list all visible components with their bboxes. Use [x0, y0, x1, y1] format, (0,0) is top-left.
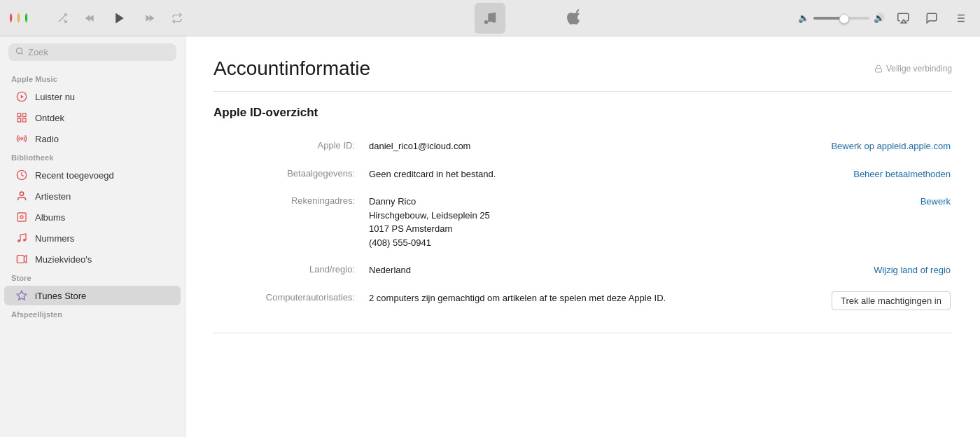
- field-action-computer[interactable]: Trek alle machtigingen in: [797, 291, 951, 310]
- section-label-store: Store: [0, 270, 185, 285]
- video-icon: [15, 253, 28, 265]
- wijzig-land-link[interactable]: Wijzig land of regio: [874, 265, 951, 275]
- album-icon: [15, 211, 28, 223]
- volume-control[interactable]: 🔈 🔊: [798, 13, 885, 23]
- sidebar-item-itunes-store[interactable]: iTunes Store: [4, 286, 181, 305]
- svg-rect-23: [18, 118, 21, 122]
- svg-rect-22: [22, 118, 26, 122]
- play-button[interactable]: [110, 8, 130, 28]
- svg-marker-4: [115, 13, 124, 23]
- svg-point-28: [20, 216, 23, 218]
- forward-button[interactable]: [141, 10, 158, 27]
- close-button[interactable]: [10, 13, 12, 22]
- svg-point-7: [484, 20, 489, 24]
- svg-marker-3: [85, 15, 90, 21]
- sidebar-item-label: Recent toegevoegd: [35, 170, 114, 181]
- edit-apple-id-link[interactable]: Bewerk op appleid.apple.com: [831, 141, 951, 151]
- zoom-button[interactable]: [25, 13, 27, 22]
- titlebar: 🔈 🔊: [0, 0, 980, 36]
- back-button[interactable]: [82, 10, 99, 27]
- table-row: Computerautorisaties: 2 computers zijn g…: [215, 284, 951, 317]
- bewerk-adres-link[interactable]: Bewerk: [920, 196, 951, 207]
- field-value-adres: Danny Rico Hirschgebouw, Leidseplein 25 …: [369, 195, 783, 249]
- section-label-apple-music: Apple Music: [0, 71, 185, 86]
- volume-slider[interactable]: [813, 17, 869, 20]
- lyrics-button[interactable]: [923, 9, 941, 27]
- field-value-betaal: Geen creditcard in het bestand.: [369, 167, 783, 181]
- toolbar-right: 🔈 🔊: [798, 9, 980, 27]
- sidebar-item-label: Nummers: [35, 233, 74, 244]
- svg-rect-27: [18, 213, 26, 221]
- apple-logo: [567, 9, 580, 27]
- section-label-afspeellijsten: Afspeellijsten: [0, 306, 185, 321]
- revoke-button[interactable]: Trek alle machtigingen in: [832, 291, 951, 310]
- minimize-button[interactable]: [18, 13, 20, 22]
- sidebar-item-muziekvideo[interactable]: Muziekvideo's: [4, 249, 181, 269]
- svg-point-16: [17, 48, 22, 54]
- table-row: Betaalgegevens: Geen creditcard in het b…: [215, 160, 951, 188]
- person-icon: [15, 190, 28, 202]
- svg-line-17: [21, 53, 22, 54]
- queue-button[interactable]: [951, 9, 969, 27]
- section-title: Apple ID-overzicht: [214, 106, 952, 120]
- shuffle-button[interactable]: [54, 10, 71, 27]
- table-row: Land/regio: Nederland Wijzig land of reg…: [215, 256, 951, 284]
- svg-marker-32: [17, 291, 26, 300]
- field-action-land[interactable]: Wijzig land of regio: [797, 263, 951, 276]
- sidebar-item-artiesten[interactable]: Artiesten: [4, 186, 181, 206]
- account-info-table: Apple ID: daniel_rico1@icloud.com Bewerk…: [214, 131, 952, 319]
- grid-icon: [15, 111, 28, 124]
- section-label-bibliotheek: Bibliotheek: [0, 149, 185, 165]
- sidebar-item-nummers[interactable]: Nummers: [4, 228, 181, 248]
- sidebar-item-luister-nu[interactable]: Luister nu: [4, 87, 181, 106]
- svg-rect-20: [18, 113, 21, 117]
- sidebar-item-radio[interactable]: Radio: [4, 129, 181, 148]
- field-label-adres: Rekeningadres:: [215, 195, 355, 206]
- field-label-apple-id: Apple ID:: [215, 139, 355, 151]
- field-action-adres[interactable]: Bewerk: [797, 195, 951, 207]
- note-icon: [15, 232, 28, 244]
- svg-point-24: [21, 138, 23, 140]
- sidebar-item-label: Muziekvideo's: [35, 254, 92, 265]
- content-header: Accountinformatie Veilige verbinding: [214, 57, 952, 92]
- table-row: Rekeningadres: Danny Rico Hirschgebouw, …: [215, 188, 951, 256]
- field-label-betaal: Betaalgegevens:: [215, 167, 355, 179]
- sidebar-item-albums[interactable]: Albums: [4, 207, 181, 227]
- sidebar: Apple Music Luister nu Ontdek: [0, 36, 186, 437]
- secure-connection: Veilige verbinding: [874, 64, 952, 74]
- field-action-betaal[interactable]: Beheer betaalmethoden: [797, 167, 951, 180]
- page-title: Accountinformatie: [214, 57, 370, 80]
- sidebar-item-recent[interactable]: Recent toegevoegd: [4, 165, 181, 185]
- secure-connection-label: Veilige verbinding: [886, 64, 952, 74]
- search-bar[interactable]: [8, 43, 176, 61]
- svg-point-29: [18, 240, 20, 242]
- sidebar-item-label: Radio: [35, 134, 59, 144]
- sidebar-item-label: Artiesten: [35, 191, 71, 202]
- svg-marker-6: [150, 15, 155, 21]
- field-action-apple-id[interactable]: Bewerk op appleid.apple.com: [797, 139, 951, 152]
- svg-point-30: [23, 239, 26, 242]
- sidebar-item-label: Luister nu: [35, 92, 75, 102]
- beheer-betaal-link[interactable]: Beheer betaalmethoden: [853, 169, 951, 179]
- field-label-computer: Computerautorisaties:: [215, 291, 355, 303]
- table-row: Apple ID: daniel_rico1@icloud.com Bewerk…: [215, 132, 951, 160]
- svg-point-8: [492, 18, 496, 22]
- repeat-button[interactable]: [169, 10, 186, 27]
- main-layout: Apple Music Luister nu Ontdek: [0, 36, 980, 437]
- content-area: Accountinformatie Veilige verbinding App…: [186, 36, 980, 437]
- search-input[interactable]: [28, 47, 169, 57]
- traffic-lights: [0, 8, 186, 28]
- now-playing-button[interactable]: [475, 3, 505, 34]
- sidebar-item-label: Ontdek: [35, 113, 64, 123]
- play-circle-icon: [15, 90, 28, 103]
- svg-rect-21: [22, 113, 26, 117]
- bottom-divider: [214, 333, 952, 333]
- sidebar-item-label: iTunes Store: [35, 291, 86, 301]
- clock-icon: [15, 169, 28, 181]
- airplay-button[interactable]: [895, 9, 913, 27]
- field-value-computer: 2 computers zijn gemachtigd om artikelen…: [369, 291, 783, 305]
- sidebar-item-ontdek[interactable]: Ontdek: [4, 108, 181, 127]
- field-value-apple-id: daniel_rico1@icloud.com: [369, 139, 783, 153]
- svg-marker-9: [901, 20, 906, 23]
- sidebar-item-label: Albums: [35, 212, 65, 223]
